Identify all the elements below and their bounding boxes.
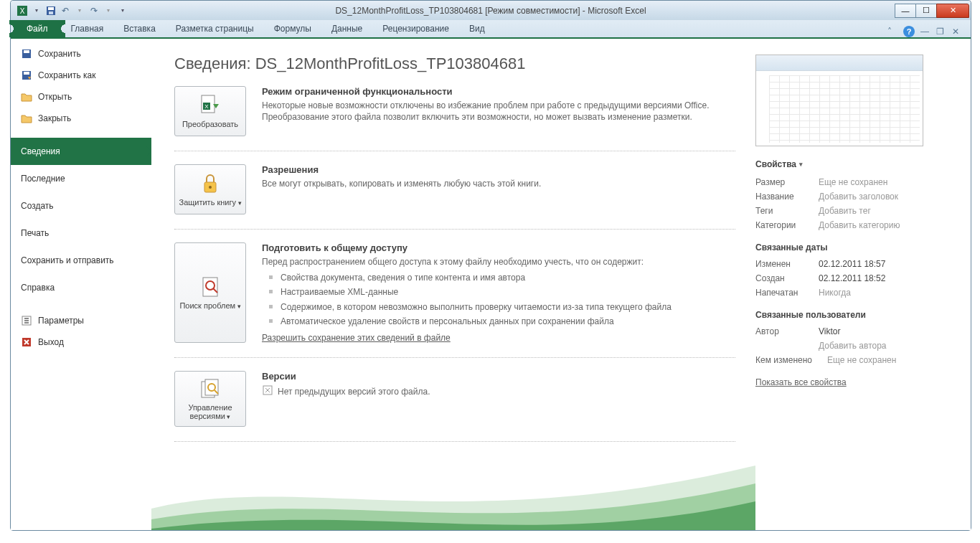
nav-exit[interactable]: Выход: [11, 331, 151, 353]
versions-text: Нет предыдущих версий этого файла.: [278, 386, 430, 397]
undo-icon[interactable]: ↶: [58, 4, 72, 18]
folder-close-icon: [21, 113, 32, 124]
nav-save-as-label: Сохранить как: [38, 70, 95, 80]
app-icon[interactable]: X: [15, 4, 29, 18]
list-item: Содержимое, в котором невозможно выполни…: [262, 300, 735, 314]
prop-printed-key: Напечатан: [755, 288, 819, 298]
prop-printed-val: Никогда: [819, 288, 851, 298]
nav-recent[interactable]: Последние: [11, 165, 151, 192]
maximize-button[interactable]: ☐: [915, 4, 937, 18]
nav-save-send[interactable]: Сохранить и отправить: [11, 247, 151, 274]
save-icon[interactable]: [44, 4, 58, 18]
nav-recent-label: Последние: [21, 174, 65, 184]
perm-text: Все могут открывать, копировать и изменя…: [262, 178, 735, 189]
svg-text:X: X: [204, 103, 209, 110]
prop-author-key: Автор: [755, 326, 819, 336]
document-preview[interactable]: [755, 55, 923, 146]
window-title: DS_12MonthProfitLoss_TP103804681 [Режим …: [335, 6, 646, 16]
section-versions: Управление версиями Версии Нет предыдущи…: [174, 371, 735, 442]
tab-data[interactable]: Данные: [321, 20, 372, 37]
compat-text: Некоторые новые возможности отключены во…: [262, 100, 735, 123]
nav-new[interactable]: Создать: [11, 192, 151, 219]
nav-close-doc[interactable]: Закрыть: [11, 108, 151, 129]
doc-close-icon[interactable]: ✕: [952, 27, 962, 37]
tab-home[interactable]: Главная: [61, 20, 114, 37]
prepare-list: Свойства документа, сведения о типе конт…: [262, 270, 735, 329]
protect-button[interactable]: Защитить книгу: [174, 164, 246, 214]
prop-title-val[interactable]: Добавить заголовок: [819, 192, 898, 202]
nav-open-label: Открыть: [38, 92, 72, 102]
nav-info[interactable]: Сведения: [11, 138, 151, 165]
nav-close-label: Закрыть: [38, 113, 71, 123]
svg-rect-12: [24, 322, 29, 324]
properties-dropdown[interactable]: Свойства: [755, 159, 956, 169]
show-all-properties-link[interactable]: Показать все свойства: [755, 377, 847, 387]
prepare-heading: Подготовить к общему доступу: [262, 242, 735, 253]
nav-print[interactable]: Печать: [11, 219, 151, 247]
nav-save-as[interactable]: Сохранить как: [11, 65, 151, 86]
close-button[interactable]: ✕: [936, 4, 969, 18]
nav-options[interactable]: Параметры: [11, 310, 151, 331]
allow-save-link[interactable]: Разрешить сохранение этих сведений в фай…: [262, 333, 451, 343]
prop-cat-val[interactable]: Добавить категорию: [819, 220, 900, 230]
help-icon[interactable]: ?: [903, 26, 915, 37]
minimize-ribbon-icon[interactable]: ˄: [887, 27, 897, 37]
manage-versions-button[interactable]: Управление версиями: [174, 371, 246, 427]
svg-rect-10: [24, 318, 29, 319]
prop-created-key: Создан: [755, 273, 819, 283]
versions-icon: [199, 377, 222, 400]
tab-insert[interactable]: Вставка: [113, 20, 166, 37]
nav-save[interactable]: Сохранить: [11, 43, 151, 65]
nav-save-label: Сохранить: [38, 49, 81, 59]
nav-info-label: Сведения: [21, 146, 60, 156]
redo-dropdown-icon[interactable]: ▾: [101, 4, 116, 18]
dates-heading: Связанные даты: [755, 242, 956, 252]
folder-open-icon: [21, 91, 32, 103]
nav-save-send-label: Сохранить и отправить: [21, 255, 114, 265]
perm-heading: Разрешения: [262, 164, 735, 175]
nav-exit-label: Выход: [38, 337, 64, 347]
prop-created-val: 02.12.2011 18:52: [819, 273, 885, 283]
exit-icon: [21, 336, 32, 348]
doc-minimize-icon[interactable]: —: [920, 27, 930, 37]
svg-rect-3: [48, 7, 54, 10]
svg-rect-4: [49, 11, 53, 14]
check-issues-button[interactable]: Поиск проблем: [174, 242, 246, 343]
nav-print-label: Печать: [21, 228, 49, 238]
doc-restore-icon[interactable]: ❐: [936, 27, 946, 37]
prop-tags-val[interactable]: Добавить тег: [819, 206, 871, 216]
svg-rect-19: [203, 278, 217, 296]
svg-point-18: [209, 186, 212, 189]
save-icon: [21, 48, 32, 60]
nav-help[interactable]: Справка: [11, 274, 151, 301]
tab-file[interactable]: Файл: [14, 20, 61, 37]
minimize-button[interactable]: —: [895, 4, 916, 18]
check-issues-icon: [199, 275, 222, 298]
tab-formulas[interactable]: Формулы: [264, 20, 321, 37]
tab-pagelayout[interactable]: Разметка страницы: [166, 20, 264, 37]
svg-rect-8: [24, 72, 29, 75]
titlebar: X ▾ ↶ ▾ ↷ ▾ ▾ DS_12MonthProfitLoss_TP103…: [11, 1, 971, 20]
properties-dates: Связанные даты Изменен02.12.2011 18:57 С…: [755, 242, 956, 300]
backstage-nav: Сохранить Сохранить как Открыть Закрыть …: [11, 39, 151, 530]
convert-button[interactable]: X Преобразовать: [174, 86, 246, 136]
info-panel: Сведения: DS_12MonthProfitLoss_TP1038046…: [151, 39, 755, 530]
undo-dropdown-icon[interactable]: ▾: [72, 4, 87, 18]
compat-heading: Режим ограниченной функциональности: [262, 86, 735, 97]
tab-view[interactable]: Вид: [459, 20, 495, 37]
add-author[interactable]: Добавить автора: [819, 341, 887, 351]
tab-review[interactable]: Рецензирование: [372, 20, 459, 37]
quick-access-toolbar: X ▾ ↶ ▾ ↷ ▾ ▾: [15, 4, 130, 18]
qat-dropdown-icon[interactable]: ▾: [29, 4, 44, 18]
nav-options-label: Параметры: [38, 316, 84, 326]
svg-text:X: X: [20, 7, 25, 15]
prop-mod-val: 02.12.2011 18:57: [819, 259, 885, 269]
versions-heading: Версии: [262, 371, 735, 382]
svg-rect-11: [24, 320, 29, 321]
redo-icon[interactable]: ↷: [87, 4, 101, 18]
nav-open[interactable]: Открыть: [11, 86, 151, 108]
properties-basic: РазмерЕще не сохранен НазваниеДобавить з…: [755, 175, 956, 232]
qat-customize-icon[interactable]: ▾: [116, 4, 130, 18]
check-issues-button-label: Поиск проблем: [179, 301, 240, 310]
prop-modby-key: Кем изменено: [755, 355, 827, 365]
